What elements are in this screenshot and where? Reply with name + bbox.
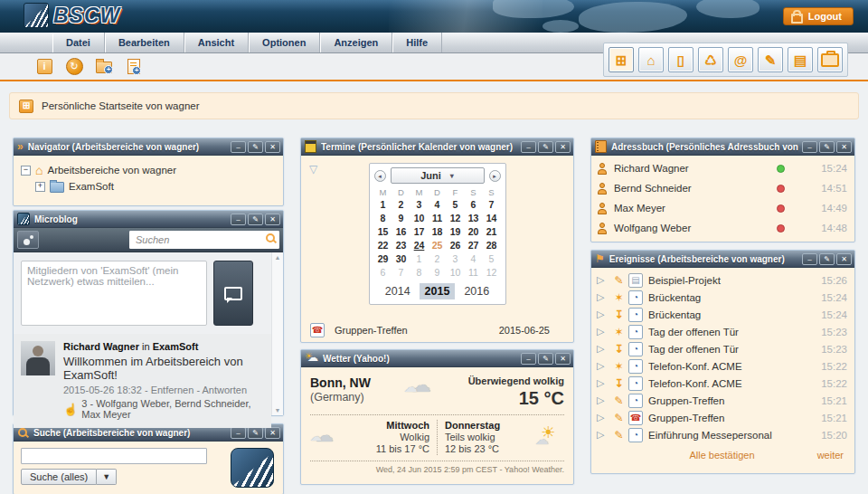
calendar-day[interactable]: 2: [429, 252, 447, 266]
calendar-year[interactable]: 2014: [380, 283, 416, 299]
refresh-button[interactable]: ↻: [64, 56, 84, 76]
post-message-button[interactable]: [213, 261, 253, 326]
calendar-day[interactable]: 6: [465, 198, 483, 212]
edit-button[interactable]: ✎: [819, 253, 835, 265]
calendar-day[interactable]: 3: [410, 198, 429, 212]
calendar-day[interactable]: 13: [465, 212, 483, 225]
trash-button[interactable]: ♺: [698, 47, 723, 72]
event-label-link[interactable]: Telefon-Konf. ACME: [648, 378, 815, 389]
addressbook-button[interactable]: @: [728, 47, 753, 72]
network-share-button[interactable]: [17, 231, 39, 249]
appointment-link[interactable]: Gruppen-Treffen: [335, 325, 408, 336]
collapse-expander[interactable]: −: [21, 166, 31, 176]
calendar-day[interactable]: 10: [447, 266, 465, 280]
calendar-day[interactable]: 12: [483, 266, 501, 280]
close-button[interactable]: ✕: [555, 353, 571, 365]
calendar-day[interactable]: 2: [392, 198, 410, 212]
minimize-button[interactable]: –: [521, 353, 536, 365]
calendar-day[interactable]: 11: [465, 266, 483, 280]
reply-link[interactable]: Antworten: [203, 385, 248, 395]
filter-triangle-icon[interactable]: ▽: [309, 163, 317, 176]
expand-expander[interactable]: +: [35, 182, 45, 192]
calendar-day[interactable]: 1: [410, 252, 429, 266]
calendar-day[interactable]: 11: [429, 212, 447, 225]
notes-button[interactable]: ✎: [758, 47, 783, 72]
add-document-button[interactable]: +: [124, 56, 144, 76]
scrollbar[interactable]: ▲ ▼: [271, 252, 283, 415]
calendar-day[interactable]: 5: [483, 252, 501, 266]
search-input[interactable]: [21, 448, 207, 464]
close-button[interactable]: ✕: [265, 141, 280, 153]
calendar-day[interactable]: 15: [374, 225, 392, 239]
calendar-day[interactable]: 21: [483, 225, 501, 239]
expand-triangle-icon[interactable]: ▷: [597, 292, 611, 302]
minimize-button[interactable]: –: [231, 214, 246, 225]
calendar-day[interactable]: 14: [483, 212, 501, 225]
calendar-day[interactable]: 30: [392, 252, 410, 266]
calendar-day[interactable]: 10: [410, 212, 429, 225]
post-author-link[interactable]: Richard Wagner: [63, 341, 139, 352]
logout-button[interactable]: Logout: [783, 7, 854, 25]
calendar-day[interactable]: 16: [392, 225, 410, 239]
edit-button[interactable]: ✎: [538, 353, 553, 365]
event-label-link[interactable]: Brückentag: [648, 292, 815, 303]
menu-item[interactable]: Optionen: [249, 33, 320, 52]
next-month-button[interactable]: ▸: [489, 170, 501, 182]
expand-triangle-icon[interactable]: ▷: [597, 361, 611, 371]
calendar-day[interactable]: 4: [465, 252, 483, 266]
event-label-link[interactable]: Gruppen-Treffen: [648, 413, 815, 423]
event-label-link[interactable]: Tag der offenen Tür: [648, 327, 815, 337]
event-label-link[interactable]: Tag der offenen Tür: [648, 344, 815, 355]
edit-button[interactable]: ✎: [819, 141, 835, 153]
expand-triangle-icon[interactable]: ▷: [597, 413, 611, 423]
calendar-day[interactable]: 23: [392, 239, 410, 252]
tree-child-link[interactable]: ExamSoft: [69, 181, 114, 192]
contact-name-link[interactable]: Max Meyer: [614, 203, 770, 214]
contact-name-link[interactable]: Richard Wagner: [614, 163, 770, 174]
event-label-link[interactable]: Telefon-Konf. ACME: [648, 361, 815, 372]
close-button[interactable]: ✕: [836, 253, 852, 265]
calendar-day[interactable]: 17: [410, 225, 429, 239]
menu-item[interactable]: Anzeigen: [320, 33, 392, 52]
calendar-day[interactable]: 26: [447, 239, 465, 252]
calendar-day[interactable]: 8: [374, 212, 392, 225]
calendar-day[interactable]: 25: [429, 239, 447, 252]
expand-triangle-icon[interactable]: ▷: [597, 395, 611, 405]
calendar-day[interactable]: 6: [374, 266, 392, 280]
microblog-search-input[interactable]: [129, 231, 279, 249]
edit-button[interactable]: ✎: [248, 214, 263, 225]
minimize-button[interactable]: –: [231, 141, 246, 153]
event-label-link[interactable]: Beispiel-Projekt: [648, 275, 815, 286]
calendar-day[interactable]: 12: [447, 212, 465, 225]
remove-link[interactable]: Entfernen: [151, 385, 194, 395]
expand-triangle-icon[interactable]: ▷: [597, 378, 611, 388]
minimize-button[interactable]: –: [231, 427, 246, 439]
documents-button[interactable]: ▤: [788, 47, 813, 72]
close-button[interactable]: ✕: [265, 427, 280, 439]
expand-triangle-icon[interactable]: ▷: [597, 309, 611, 319]
more-link[interactable]: weiter: [817, 450, 844, 461]
calendar-day[interactable]: 1: [374, 198, 392, 212]
contact-name-link[interactable]: Wolfgang Weber: [614, 223, 770, 233]
edit-button[interactable]: ✎: [248, 141, 263, 153]
close-button[interactable]: ✕: [265, 214, 280, 225]
scroll-down-icon[interactable]: ▼: [275, 407, 281, 413]
expand-triangle-icon[interactable]: ▷: [597, 275, 611, 285]
menu-item[interactable]: Bearbeiten: [105, 33, 184, 52]
calendar-day[interactable]: 20: [465, 225, 483, 239]
expand-triangle-icon[interactable]: ▷: [597, 327, 611, 337]
calendar-day[interactable]: 5: [447, 198, 465, 212]
search-icon[interactable]: [265, 233, 277, 244]
calendar-day[interactable]: 19: [447, 225, 465, 239]
home-folder-button[interactable]: ⌂: [638, 47, 664, 72]
close-button[interactable]: ✕: [555, 141, 571, 153]
calendar-day[interactable]: 8: [410, 266, 429, 280]
contact-name-link[interactable]: Bernd Schneider: [614, 183, 770, 194]
calendar-day[interactable]: 28: [483, 239, 501, 252]
calendar-day[interactable]: 27: [465, 239, 483, 252]
search-scope-button[interactable]: Suche (alles): [21, 469, 97, 485]
calendar-day[interactable]: 29: [374, 252, 392, 266]
confirm-all-link[interactable]: Alle bestätigen: [597, 450, 847, 461]
minimize-button[interactable]: –: [802, 141, 817, 153]
calendar-day[interactable]: 9: [429, 266, 447, 280]
